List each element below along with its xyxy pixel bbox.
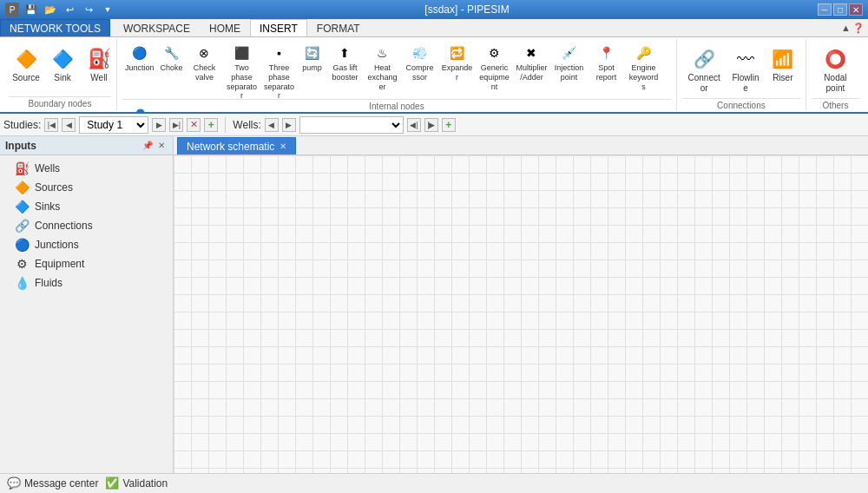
ribbon-item-nodal-point[interactable]: ⭕ Nodal point	[812, 43, 859, 96]
sidebar-wells-label: Wells	[35, 162, 60, 174]
grid-area[interactable]	[174, 155, 868, 473]
network-schematic-tab[interactable]: Network schematic ✕	[177, 137, 296, 154]
ribbon-item-engine[interactable]: 🔑 Engine keywords	[625, 41, 661, 102]
ribbon-group-boundary: 🔶 Source 🔷 Sink ⛽ Well Boundary nodes	[3, 39, 117, 110]
junction-label: Junction	[125, 63, 155, 73]
sidebar-equipment-label: Equipment	[35, 258, 84, 270]
ribbon-group-connections: 🔗 Connector 〰 Flowline 📶 Riser Connectio…	[677, 39, 806, 110]
ribbon-item-well[interactable]: ⛽ Well	[82, 43, 116, 86]
choke-icon: 🔧	[161, 43, 181, 63]
study-last-btn[interactable]: ▶|	[169, 118, 183, 132]
well-next-btn[interactable]: ▶	[282, 118, 296, 132]
well-add-btn[interactable]: +	[442, 118, 456, 132]
riser-icon: 📶	[769, 45, 797, 73]
message-center-label: Message center	[24, 477, 98, 490]
sidebar-close-btn[interactable]: ✕	[155, 140, 168, 152]
sidebar-sources-label: Sources	[35, 181, 73, 194]
tab-insert[interactable]: INSERT	[250, 19, 307, 36]
ribbon-item-riser[interactable]: 📶 Riser	[766, 43, 800, 86]
collapse-ribbon-btn[interactable]: ▲	[841, 23, 851, 33]
qat-redo[interactable]: ↪	[80, 2, 97, 17]
ribbon-item-connector[interactable]: 🔗 Connector	[682, 43, 726, 96]
ribbon-item-flowline[interactable]: 〰 Flowline	[727, 43, 764, 96]
well-first-btn[interactable]: ◀|	[407, 118, 421, 132]
connections-items: 🔗 Connector 〰 Flowline 📶 Riser	[682, 41, 800, 96]
message-center-icon: 💬	[7, 477, 21, 490]
ribbon-item-gas-lift[interactable]: ⬆ Gas lift booster	[326, 41, 363, 102]
ribbon-item-two-phase[interactable]: ⬛ Two phase separator	[223, 41, 260, 102]
qat-undo[interactable]: ↩	[61, 2, 78, 17]
sidebar-fluids-label: Fluids	[35, 277, 62, 289]
tab-network-tools[interactable]: NETWORK TOOLS	[0, 19, 110, 36]
heat-ex-icon: ♨	[372, 43, 392, 63]
ribbon-item-spot[interactable]: 📍 Spot report	[588, 41, 624, 102]
study-next-btn[interactable]: ▶	[152, 118, 166, 132]
study-add-btn[interactable]: +	[204, 118, 218, 132]
help-btn[interactable]: ❓	[852, 23, 865, 34]
message-center-item[interactable]: 💬 Message center	[7, 477, 98, 490]
well-prev-btn[interactable]: ◀	[265, 118, 279, 132]
well-icon: ⛽	[85, 45, 113, 73]
study-prev-btn[interactable]: ◀	[62, 118, 76, 132]
ribbon-item-choke[interactable]: 🔧 Choke	[157, 41, 185, 102]
pump-label: pump	[302, 63, 322, 73]
tab-close-btn[interactable]: ✕	[279, 141, 286, 151]
tab-format[interactable]: FORMAT	[307, 19, 370, 36]
close-button[interactable]: ✕	[849, 3, 863, 16]
restore-button[interactable]: □	[833, 3, 847, 16]
ribbon-tab-bar: NETWORK TOOLS WORKSPACE HOME INSERT FORM…	[0, 19, 868, 37]
sink-label: Sink	[54, 73, 70, 83]
ribbon-item-junction[interactable]: 🔵 Junction	[122, 41, 157, 102]
sidebar-item-sources[interactable]: 🔶 Sources	[0, 178, 173, 197]
source-icon: 🔶	[12, 45, 40, 73]
ribbon-item-pump[interactable]: 🔄 pump	[298, 41, 326, 102]
flowline-label: Flowline	[731, 73, 760, 94]
sidebar-item-fluids[interactable]: 💧 Fluids	[0, 273, 173, 293]
study-delete-btn[interactable]: ✕	[187, 118, 201, 132]
ribbon-item-compressor[interactable]: 💨 Compressor	[401, 41, 437, 102]
qat-save[interactable]: 💾	[23, 2, 40, 17]
study-select[interactable]: Study 1	[79, 116, 148, 134]
studies-label: Studies:	[3, 119, 41, 131]
two-phase-label: Two phase separator	[226, 63, 257, 101]
qat-more[interactable]: ▼	[99, 2, 116, 17]
check-valve-icon: ⊗	[194, 43, 214, 63]
ribbon-item-source[interactable]: 🔶 Source	[9, 43, 43, 86]
ribbon-item-generic[interactable]: ⚙ Generic equipment	[476, 41, 512, 102]
ribbon-item-expander[interactable]: 🔁 Expander	[438, 41, 475, 102]
ribbon-item-sink[interactable]: 🔷 Sink	[45, 43, 80, 86]
sidebar-item-wells[interactable]: ⛽ Wells	[0, 159, 173, 178]
mult-add-label: Multiplier/Adder	[516, 63, 547, 82]
sidebar-item-sinks[interactable]: 🔷 Sinks	[0, 197, 173, 216]
minimize-button[interactable]: ─	[818, 3, 832, 16]
well-select[interactable]	[299, 116, 404, 134]
ribbon-item-heat-ex[interactable]: ♨ Heat exchanger	[364, 41, 400, 102]
main-layout: Inputs 📌 ✕ ⛽ Wells 🔶 Sources 🔷 Sinks 🔗 C…	[0, 136, 868, 473]
sidebar-item-equipment[interactable]: ⚙ Equipment	[0, 254, 173, 273]
ribbon-item-three-phase[interactable]: ▪ Three phase separator	[260, 41, 297, 102]
equipment-icon: ⚙	[14, 257, 30, 271]
studies-bar: Studies: |◀ ◀ Study 1 ▶ ▶| ✕ + Wells: ◀ …	[0, 114, 868, 136]
ribbon-item-mult-add[interactable]: ✖ Multiplier/Adder	[513, 41, 549, 102]
check-valve-label: Check valve	[188, 63, 220, 82]
sidebar-pin-btn[interactable]: 📌	[141, 140, 154, 152]
window-controls: ─ □ ✕	[818, 3, 863, 16]
qat-open[interactable]: 📂	[42, 2, 59, 17]
tab-home[interactable]: HOME	[200, 19, 250, 36]
study-first-btn[interactable]: |◀	[44, 118, 58, 132]
sidebar-item-connections[interactable]: 🔗 Connections	[0, 216, 173, 235]
boundary-group-label: Boundary nodes	[9, 96, 111, 108]
generic-label: Generic equipment	[478, 63, 510, 91]
nodal-point-label: Nodal point	[815, 73, 856, 94]
fluids-icon: 💧	[14, 276, 30, 290]
tab-workspace[interactable]: WORKSPACE	[114, 19, 200, 36]
content-area: Network schematic ✕	[174, 136, 868, 473]
well-last-btn[interactable]: |▶	[424, 118, 438, 132]
sink-icon: 🔷	[49, 45, 76, 73]
validation-item[interactable]: ✅ Validation	[105, 477, 168, 490]
sidebar-connections-label: Connections	[35, 220, 93, 232]
source-label: Source	[12, 73, 40, 83]
ribbon-item-injection[interactable]: 💉 Injection point	[550, 41, 587, 102]
ribbon-item-check-valve[interactable]: ⊗ Check valve	[186, 41, 222, 102]
sidebar-item-junctions[interactable]: 🔵 Junctions	[0, 235, 173, 254]
